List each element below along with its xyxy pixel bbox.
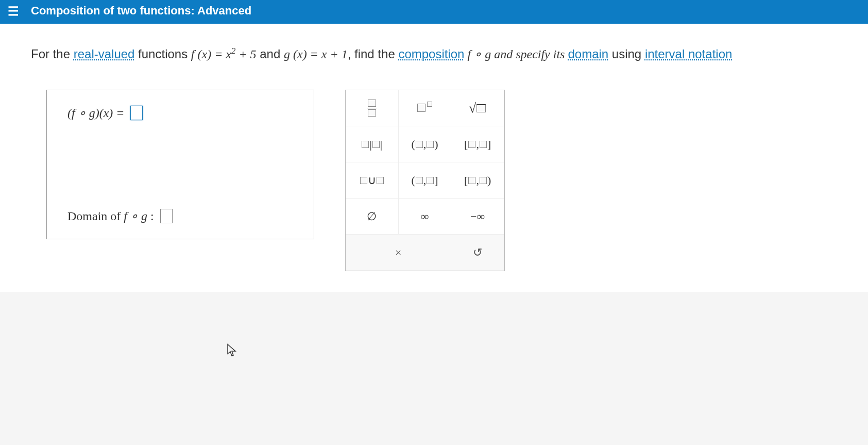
emptyset-button[interactable]: ∅	[346, 199, 399, 235]
composition-label: (f ∘ g)(x) =	[67, 106, 124, 120]
fraction-button[interactable]	[346, 90, 399, 126]
half-open-left-button[interactable]: [,)	[451, 162, 504, 199]
link-composition[interactable]: composition	[398, 47, 464, 61]
closed-interval-icon: [,]	[464, 138, 491, 151]
open-interval-icon: (,)	[411, 138, 438, 151]
answer-box: (f ∘ g)(x) = Domain of f ∘ g :	[46, 90, 314, 239]
half-open-right-button[interactable]: (,]	[399, 162, 452, 199]
composition-input[interactable]	[130, 106, 143, 120]
union-button[interactable]: ∪	[346, 162, 399, 199]
infinity-icon: ∞	[421, 210, 429, 223]
math-toolbox: √ || (,) [,] ∪ (,] [,) ∅	[345, 90, 505, 271]
reset-button[interactable]: ↺	[451, 235, 504, 271]
answer-row: (f ∘ g)(x) = Domain of f ∘ g :	[46, 90, 853, 271]
link-real-valued[interactable]: real-valued	[74, 47, 135, 61]
domain-answer-line: Domain of f ∘ g :	[67, 209, 293, 223]
abs-button[interactable]: ||	[346, 126, 399, 162]
half-open-left-icon: [,)	[464, 174, 491, 187]
infinity-button[interactable]: ∞	[399, 199, 452, 235]
exponent-button[interactable]	[399, 90, 452, 126]
neg-infinity-button[interactable]: −∞	[451, 199, 504, 235]
half-open-right-icon: (,]	[411, 174, 438, 187]
cursor-icon	[227, 343, 237, 360]
question-text: For the real-valued functions f (x) = x2…	[31, 44, 853, 64]
link-domain[interactable]: domain	[568, 47, 608, 61]
fraction-icon	[367, 100, 377, 117]
abs-icon: ||	[361, 138, 382, 151]
page-title: Composition of two functions: Advanced	[31, 4, 251, 18]
content-area: For the real-valued functions f (x) = x2…	[0, 24, 868, 292]
reset-icon: ↺	[473, 246, 482, 259]
clear-button[interactable]: ×	[346, 235, 451, 271]
link-interval-notation[interactable]: interval notation	[645, 47, 732, 61]
open-interval-button[interactable]: (,)	[399, 126, 452, 162]
union-icon: ∪	[360, 174, 384, 187]
clear-icon: ×	[395, 246, 401, 259]
domain-input[interactable]	[160, 209, 173, 223]
emptyset-icon: ∅	[367, 210, 377, 223]
header-bar: ☰ Composition of two functions: Advanced	[0, 0, 868, 24]
domain-label: Domain of f ∘ g :	[67, 209, 154, 223]
neg-infinity-icon: −∞	[470, 210, 485, 223]
exponent-icon	[417, 102, 432, 115]
sqrt-button[interactable]: √	[451, 90, 504, 126]
closed-interval-button[interactable]: [,]	[451, 126, 504, 162]
menu-icon[interactable]: ☰	[8, 4, 19, 19]
composition-answer-line: (f ∘ g)(x) =	[67, 106, 293, 120]
sqrt-icon: √	[469, 101, 486, 116]
